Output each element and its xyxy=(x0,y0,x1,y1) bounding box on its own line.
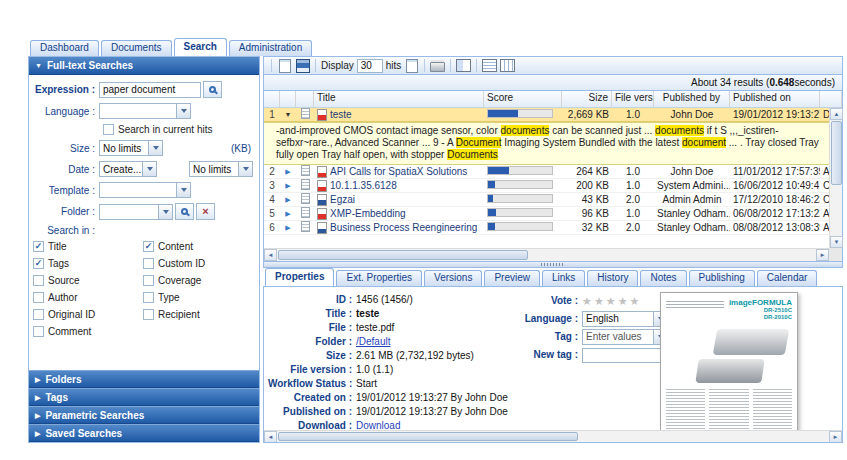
folder-clear-button[interactable]: × xyxy=(196,203,215,220)
checkbox-coverage[interactable] xyxy=(143,275,154,286)
panel-fulltext-searches[interactable]: ▼ Full-text Searches xyxy=(29,57,259,75)
scroll-left-icon[interactable]: ◄ xyxy=(264,249,277,261)
detail-tab-versions[interactable]: Versions xyxy=(424,270,482,286)
vertical-scrollbar[interactable]: ▲ ▼ xyxy=(829,108,842,248)
column-header-extra[interactable] xyxy=(820,91,842,107)
expand-row-icon[interactable]: ▶ xyxy=(280,165,296,178)
result-title-cell[interactable]: API Calls for SpatiaX Solutions xyxy=(314,165,484,178)
column-header-number[interactable] xyxy=(264,91,280,107)
expression-input[interactable] xyxy=(99,82,201,98)
display-count-input[interactable] xyxy=(357,59,383,73)
result-title-cell[interactable]: 10.1.1.35.6128 xyxy=(314,179,484,192)
scroll-right-icon[interactable]: ► xyxy=(829,431,842,443)
scroll-right-icon[interactable]: ► xyxy=(816,249,829,261)
scrollbar-track[interactable] xyxy=(830,186,842,236)
size-select[interactable]: No limits xyxy=(99,140,163,156)
panel-tags[interactable]: ▶Tags xyxy=(29,388,259,406)
checkbox-comment[interactable] xyxy=(33,326,44,337)
detail-tab-properties[interactable]: Properties xyxy=(265,268,334,286)
checkbox-author[interactable] xyxy=(33,292,44,303)
scroll-left-icon[interactable]: ◄ xyxy=(264,431,277,443)
star-icon[interactable]: ★ xyxy=(582,295,594,307)
column-header-published-by[interactable]: Published by xyxy=(654,91,730,107)
scroll-down-icon[interactable]: ▼ xyxy=(830,236,843,248)
results-summary-prefix: About 34 results ( xyxy=(691,77,769,88)
list-view-icon[interactable] xyxy=(500,58,515,73)
detail-tab-links[interactable]: Links xyxy=(542,270,585,286)
document-icon[interactable] xyxy=(277,58,292,73)
template-select[interactable] xyxy=(99,182,191,198)
panel-saved-searches[interactable]: ▶Saved Searches xyxy=(29,424,259,442)
checkbox-original-id[interactable] xyxy=(33,309,44,320)
checkbox-type[interactable] xyxy=(143,292,154,303)
vote-stars[interactable]: ★★★★★ xyxy=(582,295,641,307)
search-button[interactable] xyxy=(203,81,222,98)
column-header-indexed[interactable] xyxy=(296,91,314,107)
result-row[interactable]: 2▶API Calls for SpatiaX Solutions264 KB1… xyxy=(264,165,829,179)
columns-icon[interactable] xyxy=(456,58,471,73)
tag-dropdown[interactable]: Enter values xyxy=(582,329,668,345)
column-header-file-version[interactable]: File versi... xyxy=(612,91,654,107)
expand-row-icon[interactable]: ▶ xyxy=(280,179,296,192)
result-title-cell[interactable]: Egzai xyxy=(314,193,484,206)
print-icon[interactable] xyxy=(430,58,445,73)
horizontal-scrollbar[interactable]: ◄ ► xyxy=(264,248,829,261)
column-header-expand[interactable] xyxy=(280,91,296,107)
checkbox-recipient[interactable] xyxy=(143,309,154,320)
checkbox-title[interactable] xyxy=(33,241,44,252)
detail-tab-publishing[interactable]: Publishing xyxy=(689,270,755,286)
scroll-up-icon[interactable]: ▲ xyxy=(830,108,843,120)
scrollbar-thumb[interactable] xyxy=(278,432,578,441)
tab-documents[interactable]: Documents xyxy=(101,40,172,56)
grid-view-icon[interactable] xyxy=(482,58,497,73)
save-icon[interactable] xyxy=(295,58,310,73)
panel-parametric-searches[interactable]: ▶Parametric Searches xyxy=(29,406,259,424)
date-limit-select[interactable]: No limits xyxy=(189,161,253,177)
expand-row-icon[interactable]: ▶ xyxy=(280,193,296,206)
star-icon[interactable]: ★ xyxy=(630,295,642,307)
checkbox-source[interactable] xyxy=(33,275,44,286)
folder-search-button[interactable] xyxy=(175,203,194,220)
language-dropdown[interactable]: English xyxy=(582,311,668,327)
date-type-select[interactable]: Create... xyxy=(99,161,157,177)
collapse-row-icon[interactable]: ▼ xyxy=(280,108,296,121)
tab-search[interactable]: Search xyxy=(174,38,227,56)
result-row[interactable]: 3▶10.1.1.35.6128200 KB1.0System Admini..… xyxy=(264,179,829,193)
folder-select[interactable] xyxy=(99,204,173,220)
language-select[interactable] xyxy=(99,103,191,119)
detail-tab-calendar[interactable]: Calendar xyxy=(757,270,818,286)
detail-tab-notes[interactable]: Notes xyxy=(640,270,686,286)
property-value-folder[interactable]: /Default xyxy=(356,336,390,348)
column-header-title[interactable]: Title xyxy=(314,91,484,107)
expand-row-icon[interactable]: ▶ xyxy=(280,207,296,220)
tab-dashboard[interactable]: Dashboard xyxy=(30,40,99,56)
column-header-size[interactable]: Size xyxy=(562,91,612,107)
result-title-cell[interactable]: XMP-Embedding xyxy=(314,207,484,220)
expand-row-icon[interactable]: ▶ xyxy=(280,221,296,234)
detail-tab-ext-properties[interactable]: Ext. Properties xyxy=(336,270,422,286)
star-icon[interactable]: ★ xyxy=(606,295,618,307)
detail-tab-history[interactable]: History xyxy=(587,270,638,286)
new-tag-input[interactable] xyxy=(582,348,668,363)
result-row[interactable]: 5▶XMP-Embedding96 KB1.0Stanley Odham...0… xyxy=(264,207,829,221)
scrollbar-thumb[interactable] xyxy=(278,250,528,260)
panel-folders[interactable]: ▶Folders xyxy=(29,370,259,388)
checkbox-content[interactable] xyxy=(143,241,154,252)
column-header-score[interactable]: Score xyxy=(484,91,562,107)
result-row[interactable]: 1▼teste2,669 KB1.0John Doe19/01/2012 19:… xyxy=(264,108,829,122)
checkbox-custom-id[interactable] xyxy=(143,258,154,269)
checkbox-tags[interactable] xyxy=(33,258,44,269)
result-row[interactable]: 6▶Business Process Reengineering32 KB2.0… xyxy=(264,221,829,235)
detail-tab-preview[interactable]: Preview xyxy=(484,270,540,286)
star-icon[interactable]: ★ xyxy=(618,295,630,307)
tab-administration[interactable]: Administration xyxy=(229,40,312,56)
search-current-hits-checkbox[interactable] xyxy=(103,124,114,135)
scrollbar-thumb[interactable] xyxy=(831,121,842,185)
page-icon[interactable] xyxy=(404,58,419,73)
details-horizontal-scrollbar[interactable]: ◄ ► xyxy=(264,430,842,442)
result-row[interactable]: 4▶Egzai43 KB2.0Admin Admin17/12/2010 18:… xyxy=(264,193,829,207)
column-header-published-on[interactable]: Published on xyxy=(730,91,820,107)
star-icon[interactable]: ★ xyxy=(594,295,606,307)
result-title-cell[interactable]: teste xyxy=(314,108,484,121)
result-title-cell[interactable]: Business Process Reengineering xyxy=(314,221,484,234)
